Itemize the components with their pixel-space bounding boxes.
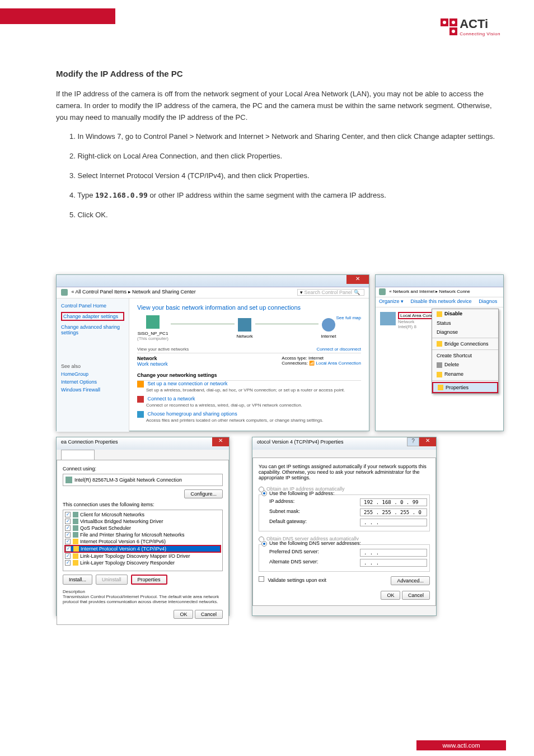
list-item[interactable]: ✓QoS Packet Scheduler <box>64 525 221 531</box>
window-network-sharing-center: ✕ « All Control Panel Items ▸ Network an… <box>56 274 369 431</box>
properties-button[interactable]: Properties <box>131 575 167 585</box>
task-homegroup[interactable]: Choose homegroup and sharing options Acc… <box>137 411 361 423</box>
intro-paragraph: If the IP address of the camera is off f… <box>56 88 504 123</box>
gateway-label: Default gateway: <box>269 519 307 526</box>
pc-node: SISO_NP_PC1 (This computer) <box>137 315 168 341</box>
menu-rename[interactable]: Rename <box>432 370 498 379</box>
breadcrumb-bar[interactable]: « All Control Panel Items ▸ Network and … <box>57 287 369 298</box>
disable-device-button[interactable]: Disable this network device <box>411 298 472 304</box>
list-item[interactable]: ✓Link-Layer Topology Discovery Mapper I/… <box>64 553 221 559</box>
ok-button[interactable]: OK <box>174 610 193 619</box>
task-setup-connection[interactable]: Set up a new connection or network Set u… <box>137 381 361 393</box>
homegroup-link[interactable]: HomeGroup <box>61 371 124 377</box>
uses-items-label: This connection uses the following items… <box>63 502 223 507</box>
windows-firewall-link[interactable]: Windows Firewall <box>61 387 124 393</box>
network-type[interactable]: Work network <box>137 361 168 367</box>
client-icon <box>73 512 78 517</box>
ok-button[interactable]: OK <box>381 591 400 600</box>
dns2-label: Alternate DNS server: <box>269 559 318 567</box>
ipv6-icon <box>73 539 78 544</box>
menu-status[interactable]: Status <box>432 319 498 328</box>
list-item[interactable]: ✓File and Printer Sharing for Microsoft … <box>64 531 221 538</box>
menu-shortcut[interactable]: Create Shortcut <box>432 351 498 360</box>
close-button[interactable]: ✕ <box>419 437 436 446</box>
validate-checkbox[interactable] <box>259 576 264 582</box>
install-button[interactable]: Install... <box>63 575 92 585</box>
change-adapter-settings-link[interactable]: Change adapter settings <box>61 312 124 321</box>
close-button[interactable]: ✕ <box>212 437 229 446</box>
network-name: Network <box>137 356 168 361</box>
mask-input[interactable]: 255 . 255 . 255 . 0 <box>360 508 427 516</box>
dns2-input[interactable]: . . . <box>360 559 427 567</box>
cancel-button[interactable]: Cancel <box>195 610 223 619</box>
delete-icon <box>437 362 442 368</box>
search-input[interactable]: ▾ Search Control Panel 🔍 <box>297 289 364 296</box>
connect-disconnect-link[interactable]: Connect or disconnect <box>316 347 361 352</box>
lltd-icon <box>73 560 78 566</box>
cancel-button[interactable]: Cancel <box>402 591 430 600</box>
change-advanced-sharing-link[interactable]: Change advanced sharing settings <box>61 324 124 335</box>
list-item[interactable]: ✓Client for Microsoft Networks <box>64 511 221 518</box>
nic-select[interactable]: Intel(R) 82567LM-3 Gigabit Network Conne… <box>63 474 223 486</box>
ipv4-icon <box>73 546 79 552</box>
folder-icon <box>61 289 68 296</box>
page-title: Modify the IP Address of the PC <box>56 67 504 81</box>
connection-link[interactable]: 📶 Local Area Connection <box>309 361 361 366</box>
advanced-button[interactable]: Advanced... <box>391 576 430 585</box>
network-icon <box>238 318 251 332</box>
see-full-map-link[interactable]: See full map <box>336 315 361 320</box>
internet-node: Internet <box>321 318 336 339</box>
diagnose-button[interactable]: Diagnos <box>479 298 497 304</box>
footer-url: www.acti.com <box>416 740 506 750</box>
menu-bridge[interactable]: Bridge Connections <box>432 339 498 349</box>
rename-icon <box>437 372 442 377</box>
header-stripe <box>0 8 115 24</box>
nic-icon <box>380 312 396 325</box>
menu-diagnose[interactable]: Diagnose <box>432 328 498 337</box>
networking-tab[interactable] <box>61 450 95 460</box>
configure-button[interactable]: Configure... <box>184 489 223 498</box>
step-5: 5. Click OK. <box>69 209 504 221</box>
menu-disable[interactable]: Disable <box>432 309 498 319</box>
control-panel-home-link[interactable]: Control Panel Home <box>61 303 124 309</box>
globe-icon <box>322 318 335 332</box>
menu-properties[interactable]: Properties <box>432 382 498 394</box>
titlebar[interactable] <box>376 275 503 287</box>
logo: ACTi Connecting Vision <box>441 17 500 36</box>
step-4: 4. Type 192.168.0.99 or other IP address… <box>69 190 504 202</box>
validate-label: Validate settings upon exit <box>268 577 326 583</box>
radio-manual-dns[interactable]: Use the following DNS server addresses: <box>261 540 361 547</box>
organize-dropdown[interactable]: Organize ▾ <box>379 298 404 304</box>
help-button[interactable]: ? <box>407 437 419 446</box>
body-content: Modify the IP Address of the PC If the I… <box>56 67 504 228</box>
close-button[interactable]: ✕ <box>346 275 369 284</box>
internet-options-link[interactable]: Internet Options <box>61 379 124 385</box>
list-item-ipv4[interactable]: ✓Internet Protocol Version 4 (TCP/IPv4) <box>64 545 221 553</box>
titlebar[interactable]: ✕ <box>57 275 369 287</box>
protocol-list[interactable]: ✓Client for Microsoft Networks ✓VirtualB… <box>63 510 223 571</box>
list-item[interactable]: ✓VirtualBox Bridged Networking Driver <box>64 518 221 525</box>
breadcrumb[interactable]: « All Control Panel Items ▸ Network and … <box>72 289 196 295</box>
mask-label: Subnet mask: <box>269 508 300 516</box>
list-item[interactable]: ✓Link-Layer Topology Discovery Responder <box>64 559 221 566</box>
toolbar: Organize ▾ Disable this network device D… <box>376 297 503 307</box>
main-heading: View your basic network information and … <box>137 304 361 311</box>
titlebar[interactable]: ea Connection Properties ✕ <box>57 437 229 450</box>
gateway-input[interactable]: . . . <box>360 519 427 526</box>
menu-delete[interactable]: Delete <box>432 360 498 370</box>
dns1-input[interactable]: . . . <box>360 549 427 557</box>
info-text: You can get IP settings assigned automat… <box>259 464 430 480</box>
breadcrumb-bar[interactable]: « Network and Internet ▸ Network Conne <box>376 287 503 297</box>
folder-icon <box>379 288 386 295</box>
description-text: Transmission Control Protocol/Internet P… <box>63 594 223 604</box>
titlebar[interactable]: otocol Version 4 (TCP/IPv4) Properties ?… <box>252 437 436 450</box>
logo-icon <box>441 18 457 35</box>
step-1: 1. In Windows 7, go to Control Panel > N… <box>69 131 504 143</box>
ip-label: IP address: <box>269 498 294 506</box>
main-panel: View your basic network information and … <box>129 298 369 432</box>
network-node: Network <box>237 318 253 339</box>
task-connect-network[interactable]: Connect to a network Connect or reconnec… <box>137 396 361 408</box>
radio-manual-ip[interactable]: Use the following IP address: <box>261 491 334 497</box>
ip-input[interactable]: 192 . 168 . 0 . 99 <box>360 498 427 506</box>
list-item[interactable]: ✓Internet Protocol Version 6 (TCP/IPv6) <box>64 538 221 545</box>
